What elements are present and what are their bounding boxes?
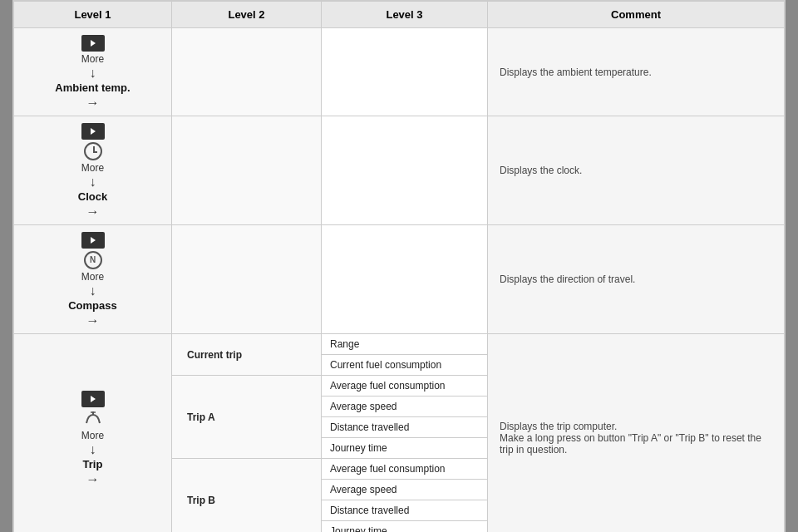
arrow-down-compass: ↓ — [90, 284, 96, 298]
level2-clock — [172, 116, 322, 225]
level2-current-trip: Current trip — [172, 334, 322, 376]
comment-clock: Displays the clock. — [488, 116, 785, 225]
arrow-down-ambient: ↓ — [90, 66, 96, 80]
arrow-right-compass: → — [86, 313, 100, 328]
level1-compass: N More ↓ Compass → — [14, 225, 172, 334]
level3-ambient — [322, 28, 488, 116]
level1-ambient: More ↓ Ambient temp. → — [14, 28, 172, 116]
item-label-clock: Clock — [78, 190, 107, 203]
header-level2: Level 2 — [172, 2, 322, 28]
level3-trip-b-avg-speed: Average speed — [322, 480, 488, 500]
level2-trip-b: Trip B — [172, 459, 322, 533]
button-icon — [81, 35, 105, 52]
item-label-compass: Compass — [68, 299, 117, 312]
compass-icon: N — [84, 251, 102, 269]
arrow-down-clock: ↓ — [90, 175, 96, 189]
arrow-down-trip: ↓ — [90, 443, 96, 456]
level3-trip-b-journey: Journey time — [322, 521, 488, 533]
arrow-right-trip: → — [86, 472, 100, 487]
table-row: More ↓ Clock → Displays the clock. — [14, 116, 785, 225]
level3-trip-b-avg-fuel: Average fuel consumption — [322, 459, 488, 480]
button-icon-trip — [81, 391, 105, 407]
trip-icon — [84, 410, 102, 428]
level3-trip-b-distance: Distance travelled — [322, 500, 488, 521]
level3-trip-a-journey: Journey time — [322, 438, 488, 459]
header-level1: Level 1 — [14, 2, 172, 28]
main-table: Level 1 Level 2 Level 3 Comment More ↓ A… — [13, 1, 785, 532]
clock-icon — [84, 142, 102, 160]
comment-compass: Displays the direction of travel. — [488, 225, 785, 334]
level3-trip-a-avg-fuel: Average fuel consumption — [322, 376, 488, 397]
level3-clock — [322, 116, 488, 225]
level2-trip-a: Trip A — [172, 376, 322, 459]
item-label-ambient: Ambient temp. — [55, 81, 130, 94]
button-icon-clock — [81, 123, 105, 140]
level3-compass — [322, 225, 488, 334]
level3-current-fuel: Current fuel consumption — [322, 355, 488, 376]
level3-trip-a-distance: Distance travelled — [322, 417, 488, 438]
level2-compass — [172, 225, 322, 334]
more-label-clock: More — [81, 162, 104, 174]
item-label-trip: Trip — [83, 458, 103, 470]
level2-ambient — [172, 28, 322, 116]
table-row-trip-range: More ↓ Trip → Current trip Range Display… — [14, 334, 785, 355]
more-label-ambient: More — [81, 53, 104, 65]
arrow-right-ambient: → — [86, 96, 100, 111]
table-row: More ↓ Ambient temp. → Displays the ambi… — [14, 28, 785, 116]
level3-range: Range — [322, 334, 488, 355]
more-label-compass: More — [81, 271, 104, 283]
more-label-trip: More — [81, 430, 104, 441]
button-icon-compass — [81, 232, 105, 249]
level1-trip: More ↓ Trip → — [14, 334, 172, 533]
level1-clock: More ↓ Clock → — [14, 116, 172, 225]
table-row: N More ↓ Compass → Displays the directio… — [14, 225, 785, 334]
main-page: Level 1 Level 2 Level 3 Comment More ↓ A… — [12, 0, 786, 532]
header-level3: Level 3 — [322, 2, 488, 28]
arrow-right-clock: → — [86, 204, 100, 219]
comment-trip: Displays the trip computer.Make a long p… — [488, 334, 785, 533]
header-comment: Comment — [488, 2, 785, 28]
comment-ambient: Displays the ambient temperature. — [488, 28, 785, 116]
level3-trip-a-avg-speed: Average speed — [322, 397, 488, 417]
